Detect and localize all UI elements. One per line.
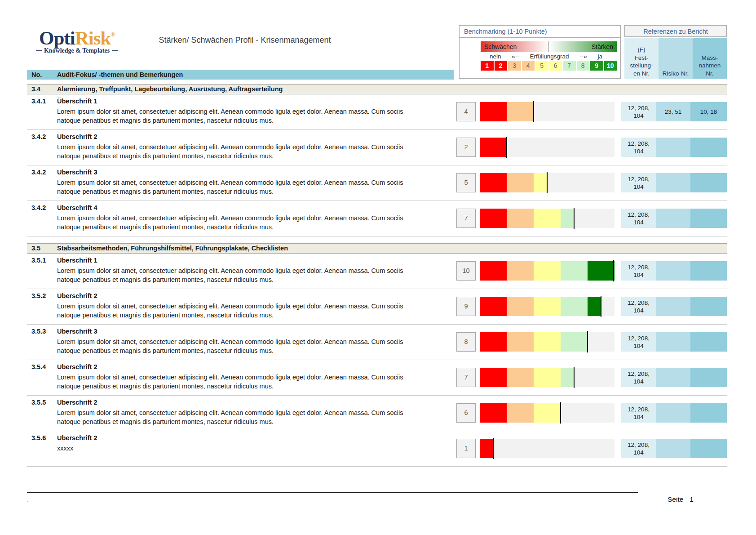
bar-segment [520,102,534,121]
cell-massnahmen [690,368,727,387]
cell-risiko [656,138,690,157]
scale-cell-8: 8 [577,61,591,71]
cell-feststellungen: 12, 208, 104 [621,332,656,352]
cell-feststellungen: 12, 208, 104 [621,209,656,228]
cell-feststellungen: 12, 208, 104 [621,138,656,157]
row-heading: Uberschrift 4 [57,204,97,211]
audit-row-3.5.5: 3.5.5Uberschrift 2Lorem ipsum dolor sit … [27,396,727,431]
cell-massnahmen [690,439,727,458]
cell-risiko [656,261,690,281]
benchmark-bar [480,209,615,228]
score-marker [587,331,588,352]
benchmark-bar [480,439,615,458]
bar-segment [480,138,493,157]
score-box: 7 [456,209,476,228]
table-header-band: No. Audit-Fokus/ -themen und Bemerkungen [27,70,454,80]
column-header-massnahmen: Mass- nahmen Nr. [693,38,727,79]
score-marker [547,172,548,193]
audit-row-3.5.6: 3.5.6Uberschrift 2xxxxx112, 208, 104 [27,431,727,467]
scale-cell-1: 1 [481,61,495,71]
bar-segment [493,138,507,157]
benchmark-bar [480,261,615,281]
bar-segment [480,102,493,121]
cell-risiko [656,332,690,352]
bar-segment [480,173,493,192]
scale-cell-9: 9 [590,61,604,71]
bar-segment [534,332,547,352]
registered-trademark-icon: ® [111,31,115,38]
strengths-gradient-label: Stärken [548,41,617,52]
bar-segment [493,209,507,228]
cell-risiko [656,297,690,316]
benchmarking-panel: Benchmarking (1-10 Punkte) Schwächen Stä… [459,25,621,79]
section-title: Alarmierung, Treffpunkt, Lagebeurteilung… [57,85,283,94]
section-number: 3.4 [31,85,40,94]
benchmark-bar [480,297,615,316]
score-box: 10 [456,261,476,281]
row-heading: Uberschrift 2 [57,434,97,441]
score-marker [506,137,507,158]
bar-segment [547,368,561,387]
benchmark-bar [480,403,615,423]
cell-feststellungen: 12, 208, 104 [621,102,656,121]
bar-segment [493,368,507,387]
bar-segment [480,368,493,387]
audit-row-3.4.2: 3.4.2Uberschrift 2Lorem ipsum dolor sit … [27,130,727,165]
cell-massnahmen [690,209,727,228]
cell-risiko: 23, 51 [656,102,690,121]
bar-segment [507,261,520,281]
benchmark-bar [480,332,615,352]
row-remarks: Lorem ipsum dolor sit amet, consectetuer… [57,409,403,426]
bar-segment [561,261,574,281]
section-header-3.5: 3.5Stabsarbeitsmethoden, Führungshilfsmi… [27,243,727,254]
cell-risiko [656,173,690,192]
score-marker [613,260,614,281]
weaknesses-gradient-label: Schwächen [481,41,548,52]
score-box: 1 [456,439,476,458]
benchmark-bar [480,102,615,121]
row-heading: Überschrift 1 [57,98,97,105]
bar-segment [534,209,547,228]
score-marker [574,367,575,388]
row-number: 3.5.3 [31,328,46,335]
scale-cell-5: 5 [535,61,549,71]
scale-cell-2: 2 [495,61,508,71]
page-number: Seite1 [668,495,694,504]
audit-row-3.4.2: 3.4.2Uberschrift 4Lorem ipsum dolor sit … [27,201,727,236]
bar-segment [480,403,493,423]
column-header-risiko: Risiko-Nr. [659,38,693,79]
bar-segment [507,332,520,352]
row-remarks: Lorem ipsum dolor sit amet, consectetuer… [57,178,403,196]
bar-segment [480,209,493,228]
arrow-right-icon: --» [579,53,587,60]
bar-segment [534,368,547,387]
benchmark-gradient-bar: Schwächen Stärken [481,41,617,52]
cell-risiko [656,439,690,458]
references-columns: (F) Fest- stellung- en Nr. Risiko-Nr. Ma… [624,38,727,79]
bar-segment [601,261,615,281]
column-header-massnahmen-label: Mass- nahmen Nr. [699,54,721,78]
bar-segment [520,209,534,228]
row-number: 3.4.2 [31,204,46,211]
audit-row-3.5.3: 3.5.3Uberschrift 3Lorem ipsum dolor sit … [27,325,727,360]
row-number: 3.5.4 [31,363,46,370]
row-number: 3.5.1 [31,257,46,264]
audit-table-body: 3.4Alarmierung, Treffpunkt, Lagebeurteil… [27,84,727,467]
page-number-value: 1 [690,495,694,503]
bar-segment [520,332,534,352]
column-header-no: No. [31,70,42,80]
benchmarking-panel-title: Benchmarking (1-10 Punkte) [460,26,620,38]
row-heading: Uberschrift 2 [57,292,97,299]
section-title: Stabsarbeitsmethoden, Führungshilfsmitte… [57,244,288,253]
bar-segment [520,368,534,387]
bar-segment [507,102,520,121]
bar-segment [520,261,534,281]
references-panel-title: Referenzen zu Bericht [624,25,727,37]
row-number: 3.5.2 [31,292,46,299]
footer-left-mark: . [27,496,29,504]
logo-text-risk: Risk [75,27,111,49]
row-number: 3.4.1 [31,98,46,105]
score-box: 5 [456,173,476,192]
bar-segment [574,332,588,352]
bar-segment [561,368,574,387]
